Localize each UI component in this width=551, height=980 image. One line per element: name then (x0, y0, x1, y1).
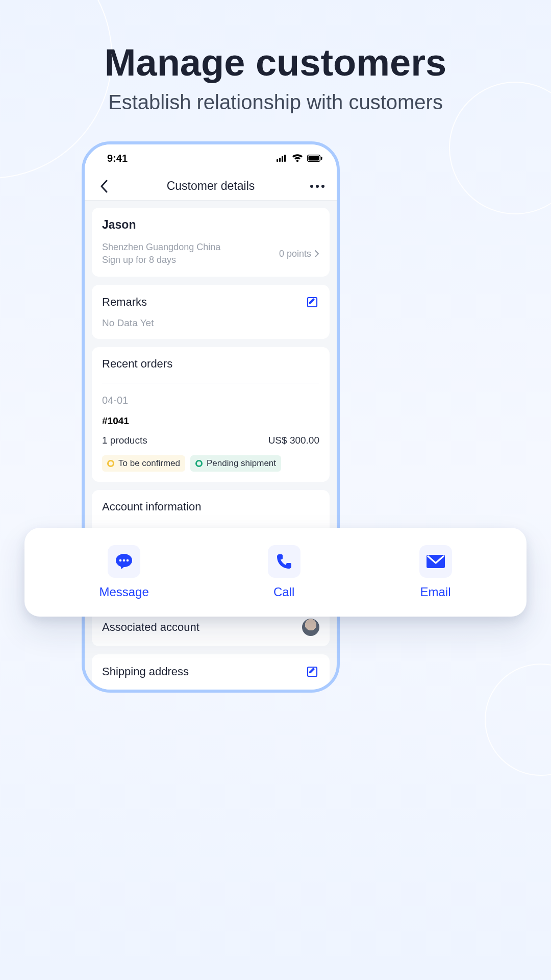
order-amount: US$ 300.00 (268, 435, 319, 446)
svg-point-12 (123, 559, 126, 562)
svg-point-11 (119, 559, 122, 562)
call-label: Call (273, 585, 294, 599)
svg-point-13 (127, 559, 129, 562)
customer-location: Shenzhen Guangdong China (102, 241, 220, 254)
shipping-name: Jason (102, 688, 319, 693)
message-button[interactable]: Message (99, 545, 148, 599)
svg-rect-3 (284, 155, 286, 162)
svg-point-4 (296, 160, 298, 162)
status-badge-confirm: To be confirmed (102, 455, 185, 472)
remarks-title: Remarks (102, 296, 147, 309)
more-icon (310, 185, 324, 188)
associated-title: Associated account (102, 621, 199, 634)
back-button[interactable] (95, 177, 113, 195)
points-label: 0 points (279, 249, 311, 259)
edit-remarks-button[interactable] (305, 295, 319, 309)
order-products: 1 products (102, 435, 147, 446)
contact-panel: Message Call Email (24, 528, 527, 617)
shipping-address-card[interactable]: Shipping address Jason (92, 654, 330, 693)
divider (102, 383, 319, 383)
order-date: 04-01 (102, 395, 319, 406)
email-label: Email (420, 585, 451, 599)
hero-subtitle: Establish relationship with customers (0, 91, 551, 114)
edit-shipping-button[interactable] (305, 665, 319, 679)
cellular-icon (277, 155, 288, 162)
message-icon (108, 545, 140, 578)
remarks-empty: No Data Yet (102, 317, 319, 329)
svg-rect-1 (279, 158, 281, 162)
svg-rect-7 (321, 157, 322, 160)
call-button[interactable]: Call (268, 545, 300, 599)
status-bar: 9:41 (85, 144, 337, 172)
content: Jason Shenzhen Guangdong China Sign up f… (85, 201, 337, 693)
dot-icon (107, 460, 114, 467)
order-id: #1041 (102, 415, 319, 427)
bg-circle (485, 664, 551, 776)
chevron-right-icon (314, 250, 319, 258)
status-icons (277, 154, 322, 162)
hero-title: Manage customers (0, 41, 551, 84)
phone-icon (268, 545, 300, 578)
svg-rect-0 (277, 159, 278, 162)
account-info-title: Account information (102, 500, 319, 513)
order-tags: To be confirmed Pending shipment (102, 455, 319, 472)
more-button[interactable] (308, 177, 327, 195)
dot-icon (195, 460, 203, 467)
email-button[interactable]: Email (419, 545, 452, 599)
chevron-left-icon (100, 180, 108, 193)
svg-rect-6 (309, 156, 319, 161)
tag-label: Pending shipment (207, 458, 276, 469)
edit-icon (306, 296, 318, 308)
customer-points[interactable]: 0 points (279, 249, 319, 259)
status-time: 9:41 (107, 153, 128, 164)
customer-card[interactable]: Jason Shenzhen Guangdong China Sign up f… (92, 208, 330, 277)
customer-meta: Shenzhen Guangdong China Sign up for 8 d… (102, 241, 220, 266)
customer-signup: Sign up for 8 days (102, 254, 220, 266)
battery-icon (307, 155, 322, 162)
message-label: Message (99, 585, 148, 599)
customer-name: Jason (102, 218, 319, 232)
email-icon (419, 545, 452, 578)
recent-orders-title: Recent orders (102, 357, 319, 371)
avatar (302, 619, 319, 636)
svg-rect-2 (282, 156, 283, 162)
app-header: Customer details (85, 172, 337, 201)
tag-label: To be confirmed (118, 458, 180, 469)
recent-orders-card[interactable]: Recent orders 04-01 #1041 1 products US$… (92, 347, 330, 482)
status-badge-shipment: Pending shipment (190, 455, 281, 472)
remarks-card: Remarks No Data Yet (92, 285, 330, 339)
edit-icon (306, 666, 318, 678)
shipping-title: Shipping address (102, 665, 189, 678)
wifi-icon (292, 154, 303, 162)
page-title: Customer details (167, 179, 255, 193)
